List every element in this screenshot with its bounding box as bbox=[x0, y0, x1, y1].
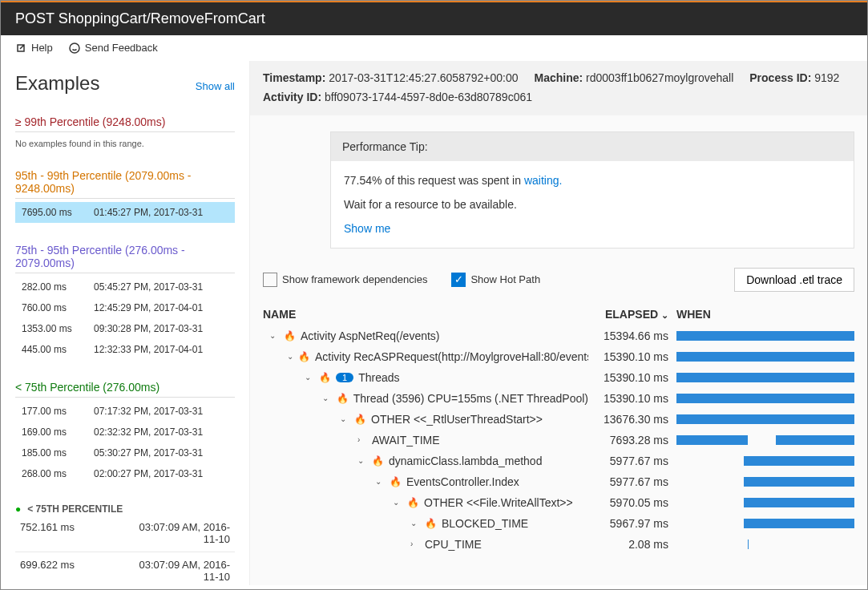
example-row[interactable]: 268.00 ms02:00:27 PM, 2017-03-31 bbox=[15, 463, 235, 484]
tree-row-elapsed: 5977.67 ms bbox=[588, 455, 676, 467]
chevron-icon[interactable]: › bbox=[357, 435, 367, 444]
tree-row-when bbox=[676, 519, 854, 528]
download-trace-button[interactable]: Download .etl trace bbox=[734, 268, 854, 292]
tree-row[interactable]: › AWAIT_TIME 7693.28 ms bbox=[263, 430, 854, 451]
tree-row-elapsed: 2.08 ms bbox=[588, 538, 676, 551]
tree-row-label: BLOCKED_TIME bbox=[442, 517, 528, 530]
framework-label: Show framework dependencies bbox=[282, 273, 427, 285]
tree-row[interactable]: › CPU_TIME 2.08 ms bbox=[263, 534, 854, 555]
section-header: ● < 75TH PERCENTILE bbox=[15, 503, 235, 515]
pid-value: 9192 bbox=[814, 71, 839, 84]
tree-row-label: OTHER <<_RtlUserThreadStart>> bbox=[371, 413, 543, 426]
when-bar bbox=[676, 414, 854, 424]
help-button[interactable]: Help bbox=[15, 42, 53, 54]
performance-tip-box: Performance Tip: 77.54% of this request … bbox=[330, 131, 854, 249]
checkbox-icon bbox=[263, 273, 277, 287]
example-row[interactable]: 282.00 ms05:45:27 PM, 2017-03-31 bbox=[15, 277, 235, 297]
chevron-icon[interactable]: ⌄ bbox=[287, 352, 293, 361]
flame-icon: 🔥 bbox=[390, 476, 402, 487]
example-ts: 02:00:27 PM, 2017-03-31 bbox=[94, 468, 228, 479]
when-bar bbox=[776, 435, 854, 445]
example-row[interactable]: 1353.00 ms09:30:28 PM, 2017-03-31 bbox=[15, 318, 235, 339]
tree-row[interactable]: ⌄ 🔥 EventsController.Index 5977.67 ms bbox=[263, 471, 854, 492]
detail-ts: 03:07:09 AM, 2016-11-10 bbox=[132, 559, 230, 583]
when-bar bbox=[748, 539, 749, 549]
chevron-icon[interactable]: ⌄ bbox=[340, 414, 349, 423]
chevron-icon[interactable]: ⌄ bbox=[375, 477, 385, 486]
tree-row-label: Threads bbox=[358, 371, 399, 384]
window-title: POST ShoppingCart/RemoveFromCart bbox=[1, 1, 867, 35]
detail-ts: 03:07:09 AM, 2016-11-10 bbox=[132, 521, 230, 545]
when-bar bbox=[744, 519, 854, 528]
tree-row-elapsed: 15390.10 ms bbox=[588, 350, 676, 363]
percentile-95-header[interactable]: 95th - 99th Percentile (2079.00ms - 9248… bbox=[15, 166, 235, 199]
example-ts: 07:17:32 PM, 2017-03-31 bbox=[94, 406, 228, 417]
example-row[interactable]: 445.00 ms12:32:33 PM, 2017-04-01 bbox=[15, 339, 235, 360]
example-ts: 12:32:33 PM, 2017-04-01 bbox=[94, 344, 228, 355]
example-ts: 05:45:27 PM, 2017-03-31 bbox=[94, 281, 228, 293]
flame-icon: 🔥 bbox=[372, 455, 384, 467]
tip-line2: Wait for a resource to be available. bbox=[344, 198, 841, 211]
example-ms: 1353.00 ms bbox=[22, 323, 94, 334]
waiting-link[interactable]: waiting. bbox=[524, 174, 562, 187]
show-me-link[interactable]: Show me bbox=[344, 222, 390, 235]
when-bar bbox=[676, 373, 854, 382]
tip-line1: 77.54% of this request was spent in bbox=[344, 174, 524, 187]
tree-row-when bbox=[676, 352, 854, 362]
detail-row[interactable]: 752.161 ms03:07:09 AM, 2016-11-10 bbox=[15, 515, 235, 552]
tree-row-elapsed: 5967.97 ms bbox=[588, 517, 676, 530]
sort-icon: ⌄ bbox=[661, 310, 668, 320]
example-row[interactable]: 177.00 ms07:17:32 PM, 2017-03-31 bbox=[15, 401, 235, 422]
percentile-75-header[interactable]: 75th - 95th Percentile (276.00ms - 2079.… bbox=[15, 240, 235, 273]
tree-row-label: dynamicClass.lambda_method bbox=[389, 455, 542, 467]
example-ts: 02:32:32 PM, 2017-03-31 bbox=[94, 426, 228, 438]
when-bar bbox=[676, 435, 748, 445]
chevron-icon[interactable]: ⌄ bbox=[410, 519, 420, 527]
tree-row-label: Activity RecASPRequest(http://MoylgroveH… bbox=[315, 350, 588, 363]
tree-row-label: AWAIT_TIME bbox=[372, 434, 440, 447]
chevron-icon[interactable]: ⌄ bbox=[305, 373, 314, 382]
example-ts: 05:30:27 PM, 2017-03-31 bbox=[94, 447, 228, 459]
hotpath-checkbox[interactable]: ✓ Show Hot Path bbox=[451, 273, 540, 287]
tree-row-when bbox=[676, 394, 854, 403]
col-elapsed-header[interactable]: ELAPSED ⌄ bbox=[588, 308, 676, 321]
flame-icon: 🔥 bbox=[298, 351, 310, 362]
detail-ms: 699.622 ms bbox=[20, 559, 132, 583]
feedback-button[interactable]: Send Feedback bbox=[69, 42, 158, 54]
example-row[interactable]: 185.00 ms05:30:27 PM, 2017-03-31 bbox=[15, 442, 235, 463]
flame-icon: 🔥 bbox=[284, 330, 296, 341]
tree-row[interactable]: ⌄ 🔥 OTHER <<File.WriteAllText>> 5970.05 … bbox=[263, 492, 854, 513]
when-bar bbox=[744, 456, 854, 466]
detail-row[interactable]: 699.622 ms03:07:09 AM, 2016-11-10 bbox=[15, 552, 235, 585]
percentile-under-header[interactable]: < 75th Percentile (276.00ms) bbox=[15, 378, 235, 398]
chevron-icon[interactable]: ⌄ bbox=[322, 394, 332, 402]
chevron-icon[interactable]: ⌄ bbox=[269, 331, 279, 340]
tree-row[interactable]: ⌄ 🔥 dynamicClass.lambda_method 5977.67 m… bbox=[263, 451, 854, 471]
tree-row-when bbox=[676, 539, 854, 549]
tree-row-label: OTHER <<File.WriteAllText>> bbox=[424, 496, 573, 509]
col-name-header[interactable]: NAME bbox=[263, 308, 588, 321]
example-row[interactable]: 7695.00 ms01:45:27 PM, 2017-03-31 bbox=[15, 202, 235, 223]
tree-row-when bbox=[676, 414, 854, 424]
when-bar bbox=[676, 394, 854, 403]
tree-row[interactable]: ⌄ 🔥 BLOCKED_TIME 5967.97 ms bbox=[263, 513, 854, 534]
col-when-header[interactable]: WHEN bbox=[676, 308, 854, 321]
example-row[interactable]: 760.00 ms12:45:29 PM, 2017-04-01 bbox=[15, 297, 235, 318]
smile-icon bbox=[69, 42, 80, 54]
example-ms: 185.00 ms bbox=[22, 447, 94, 459]
chevron-icon[interactable]: › bbox=[410, 539, 420, 548]
tree-row[interactable]: ⌄ 🔥 OTHER <<_RtlUserThreadStart>> 13676.… bbox=[263, 409, 854, 430]
show-all-link[interactable]: Show all bbox=[196, 80, 235, 92]
chevron-icon[interactable]: ⌄ bbox=[357, 456, 367, 465]
percentile-99-header[interactable]: ≥ 99th Percentile (9248.00ms) bbox=[15, 112, 235, 132]
count-badge: 1 bbox=[336, 373, 353, 382]
feedback-label: Send Feedback bbox=[85, 42, 158, 54]
chevron-icon[interactable]: ⌄ bbox=[393, 498, 402, 507]
example-row[interactable]: 169.00 ms02:32:32 PM, 2017-03-31 bbox=[15, 422, 235, 442]
tree-row[interactable]: ⌄ 🔥1 Threads 15390.10 ms bbox=[263, 367, 854, 388]
tree-row[interactable]: ⌄ 🔥 Thread (3596) CPU=155ms (.NET Thread… bbox=[263, 388, 854, 409]
examples-sidebar: Examples Show all ≥ 99th Percentile (924… bbox=[1, 61, 249, 585]
tree-row[interactable]: ⌄ 🔥 Activity RecASPRequest(http://Moylgr… bbox=[263, 346, 854, 367]
tree-row[interactable]: ⌄ 🔥 Activity AspNetReq(/events) 15394.66… bbox=[263, 325, 854, 346]
framework-checkbox[interactable]: Show framework dependencies bbox=[263, 273, 427, 287]
